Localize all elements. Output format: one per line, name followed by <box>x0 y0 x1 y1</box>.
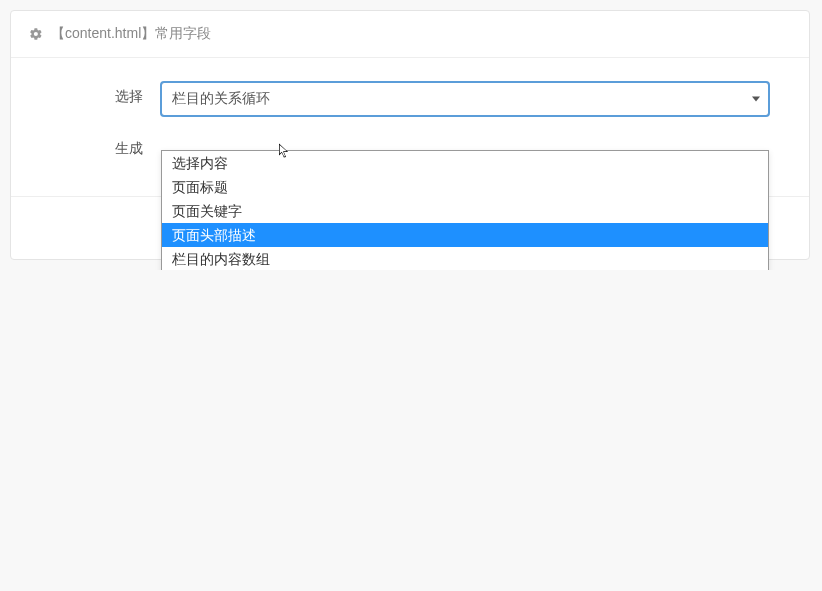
dropdown-option[interactable]: 页面关键字 <box>162 199 768 223</box>
select-input[interactable]: 栏目的关系循环 <box>161 82 769 116</box>
select-label: 选择 <box>51 82 161 106</box>
dropdown-option[interactable]: 页面头部描述 <box>162 223 768 247</box>
dropdown-option[interactable]: 选择内容 <box>162 151 768 175</box>
panel-header: 【content.html】常用字段 <box>11 11 809 58</box>
dropdown-option[interactable]: 栏目的内容数组 <box>162 247 768 270</box>
panel-body: 选择 栏目的关系循环 选择内容页面标题页面关键字页面头部描述栏目的内容数组父栏目… <box>11 58 809 196</box>
select-dropdown[interactable]: 选择内容页面标题页面关键字页面头部描述栏目的内容数组父栏目数组栏目的关系循环所属… <box>161 150 769 270</box>
select-row: 选择 栏目的关系循环 选择内容页面标题页面关键字页面头部描述栏目的内容数组父栏目… <box>51 82 769 116</box>
page-title: 【content.html】常用字段 <box>51 25 211 43</box>
select-value: 栏目的关系循环 <box>172 90 270 108</box>
gear-icon <box>29 27 43 41</box>
dropdown-option[interactable]: 页面标题 <box>162 175 768 199</box>
generate-label: 生成 <box>51 134 161 158</box>
select-wrap: 栏目的关系循环 选择内容页面标题页面关键字页面头部描述栏目的内容数组父栏目数组栏… <box>161 82 769 116</box>
panel: 【content.html】常用字段 选择 栏目的关系循环 选择内容页面标题页面… <box>10 10 810 260</box>
chevron-down-icon <box>752 97 760 102</box>
